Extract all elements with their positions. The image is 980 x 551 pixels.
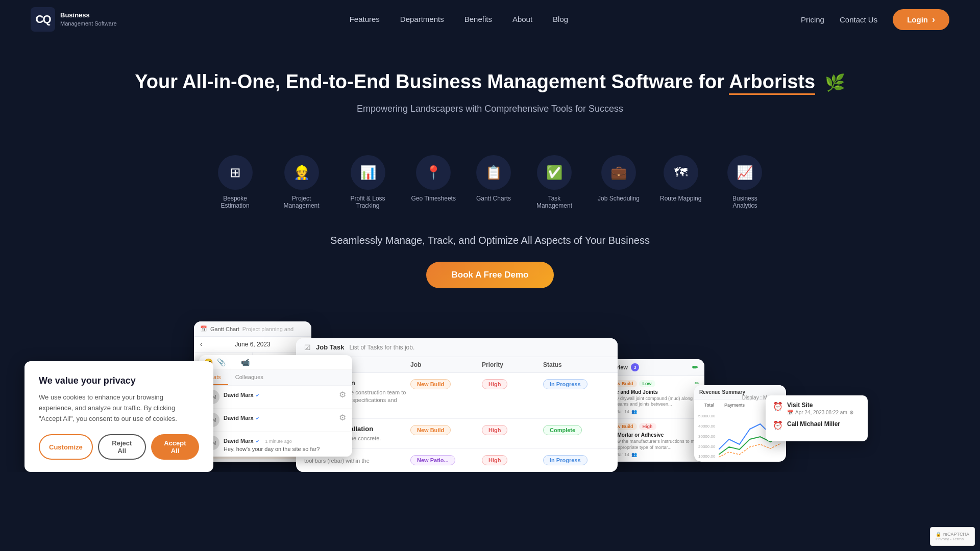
y-axis-labels: 50000.00 40000.00 30000.00 20000.00 1000… <box>698 414 715 459</box>
alarm-icon: ⏰ <box>773 402 783 411</box>
feature-label: Route Mapping <box>660 195 701 202</box>
review-item: New Build High ✏ Mix Mortar or Adhesive … <box>602 419 704 462</box>
bespoke-estimation-icon: ⊞ <box>218 155 253 190</box>
feature-profit-loss[interactable]: 📊 Profit & Loss Tracking <box>345 155 391 209</box>
verified-icon: ✔ <box>256 416 260 421</box>
gantt-charts-icon: 📋 <box>476 155 511 190</box>
screenshots-area: 📅 Gantt Chart Project planning and ‹ Jun… <box>0 309 980 472</box>
chat-tabs: Chats Colleagues <box>199 370 352 386</box>
logo-text: Business Management Software <box>60 11 117 28</box>
reject-all-button[interactable]: Reject All <box>98 434 146 460</box>
feature-label: Gantt Charts <box>476 195 511 202</box>
feature-label: Profit & Loss Tracking <box>345 195 391 209</box>
review-screenshot: Review 3 ✏ New Build Low ✏ Tape and Mud … <box>602 359 704 462</box>
priority-badge: High <box>482 379 507 389</box>
chat-image-icon[interactable]: 🖼 <box>230 358 237 366</box>
project-management-icon: 👷 <box>284 155 319 190</box>
user-icon: 👥 <box>631 409 637 414</box>
review-count: 3 <box>631 363 639 371</box>
feature-label: Project Management <box>279 195 325 209</box>
hero-highlight: Arborists <box>729 71 815 95</box>
recaptcha-badge: 🔒 reCAPTCHA Privacy - Terms <box>930 527 975 546</box>
nav-about[interactable]: About <box>512 15 532 23</box>
nav-links: Features Departments Benefits About Blog <box>350 15 569 24</box>
status-badge: In Progress <box>543 455 587 465</box>
review-item: New Build Low ✏ Tape and Mud Joints Appl… <box>602 376 704 419</box>
feature-route-mapping[interactable]: 🗺 Route Mapping <box>660 155 701 209</box>
feature-geo-timesheets[interactable]: 📍 Geo Timesheets <box>411 155 456 209</box>
review-priority-badge: High <box>639 423 656 430</box>
gantt-header: 📅 Gantt Chart Project planning and <box>194 321 311 337</box>
task-list-header: ☑ Job Task List of Tasks for this job. <box>296 338 618 357</box>
verified-icon: ✔ <box>256 439 260 444</box>
chat-action-icons: 😊 📎 🖼 📹 ⚙ <box>199 355 352 370</box>
hero-title: Your All-in-One, End-to-End Business Man… <box>10 69 970 94</box>
feature-bespoke-estimation[interactable]: ⊞ Bespoke Estimation <box>212 155 258 209</box>
business-analytics-icon: 📈 <box>727 155 762 190</box>
chat-message: DM David Marx ✔ 1 minute ago Hey, how's … <box>199 432 352 457</box>
features-row: ⊞ Bespoke Estimation 👷 Project Managemen… <box>0 150 980 224</box>
nav-benefits[interactable]: Benefits <box>464 15 492 23</box>
job-scheduling-icon: 💼 <box>601 155 636 190</box>
job-badge: New Build <box>410 379 451 389</box>
edit-icon[interactable]: ✏ <box>692 363 698 371</box>
cookie-buttons: Customize Reject All Accept All <box>39 434 199 460</box>
calendar-icon: 📅 <box>787 410 793 415</box>
status-badge: Complete <box>543 425 582 435</box>
job-badge: New Patio... <box>410 455 455 465</box>
priority-badge: High <box>482 425 507 435</box>
revenue-legend: Total Payments <box>694 399 742 411</box>
chat-attach-icon[interactable]: 📎 <box>217 358 226 366</box>
hero-section: Your All-in-One, End-to-End Business Man… <box>0 39 980 150</box>
feature-label: Bespoke Estimation <box>212 195 258 209</box>
logo-icon: CQ <box>31 7 55 32</box>
cookie-title: We value your privacy <box>39 375 199 386</box>
chat-message: DM David Marx ✔ ⚙ <box>199 409 352 432</box>
prev-arrow[interactable]: ‹ <box>200 341 202 348</box>
verified-icon: ✔ <box>256 393 260 398</box>
book-demo-button[interactable]: Book A Free Demo <box>426 262 554 288</box>
nav-pricing[interactable]: Pricing <box>801 15 824 24</box>
user-icon: 👥 <box>631 452 637 457</box>
profit-loss-icon: 📊 <box>351 155 385 190</box>
nav-contact[interactable]: Contact Us <box>840 15 877 24</box>
accept-all-button[interactable]: Accept All <box>151 434 199 460</box>
feature-label: Job Scheduling <box>598 195 640 202</box>
login-button[interactable]: Login <box>893 9 949 30</box>
logo[interactable]: CQ Business Management Software <box>31 7 117 32</box>
task-item-visit: ⏰ Visit Site 📅 Apr 24, 2023 08:22 am ⚙ <box>773 402 861 415</box>
feature-job-scheduling[interactable]: 💼 Job Scheduling <box>598 155 640 209</box>
chat-message: DM David Marx ✔ ⚙ <box>199 386 352 409</box>
cookie-banner: We value your privacy We use cookies to … <box>24 361 213 472</box>
job-badge: New Build <box>410 425 451 435</box>
review-priority-badge: Low <box>639 380 655 387</box>
status-badge: In Progress <box>543 379 587 389</box>
tab-colleagues[interactable]: Colleagues <box>228 370 271 385</box>
gantt-icon: 📅 <box>200 325 207 332</box>
chat-settings-icon[interactable]: ⚙ <box>340 358 347 366</box>
customize-button[interactable]: Customize <box>39 434 93 460</box>
chat-video-icon[interactable]: 📹 <box>241 358 250 366</box>
task-item-call: ⏰ Call Michael Miller <box>773 420 861 430</box>
priority-badge: High <box>482 455 507 465</box>
navbar: CQ Business Management Software Features… <box>0 0 980 39</box>
feature-task-management[interactable]: ✅ Task Management <box>531 155 577 209</box>
settings-icon[interactable]: ⚙ <box>849 410 854 415</box>
feature-gantt-charts[interactable]: 📋 Gantt Charts <box>476 155 511 209</box>
feature-project-management[interactable]: 👷 Project Management <box>279 155 325 209</box>
visit-tasks-card: ⏰ Visit Site 📅 Apr 24, 2023 08:22 am ⚙ ⏰… <box>766 395 868 441</box>
hero-subtitle: Empowering Landscapers with Comprehensiv… <box>10 104 970 114</box>
geo-timesheets-icon: 📍 <box>416 155 451 190</box>
task-management-icon: ✅ <box>537 155 572 190</box>
feature-label: Geo Timesheets <box>411 195 456 202</box>
nav-departments[interactable]: Departments <box>400 15 444 23</box>
cookie-text: We use cookies to enhance your browsing … <box>39 392 199 424</box>
review-header: Review 3 ✏ <box>602 359 704 376</box>
nav-blog[interactable]: Blog <box>553 15 568 23</box>
settings-icon[interactable]: ⚙ <box>339 390 346 399</box>
feature-label: Business Analytics <box>722 195 768 209</box>
feature-label: Task Management <box>531 195 577 209</box>
feature-business-analytics[interactable]: 📈 Business Analytics <box>722 155 768 209</box>
settings-icon[interactable]: ⚙ <box>339 413 346 422</box>
nav-features[interactable]: Features <box>350 15 380 23</box>
